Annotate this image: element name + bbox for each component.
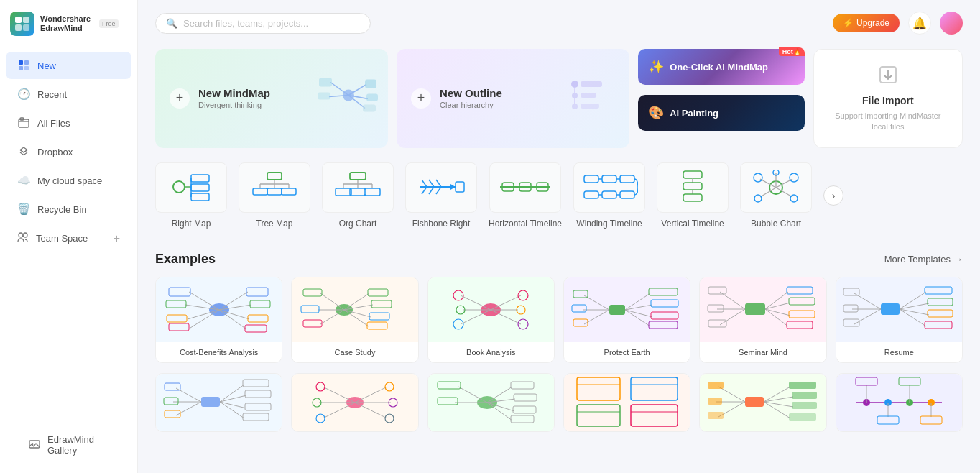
mindmap-illustration <box>316 73 381 123</box>
example-seminar-mind[interactable]: Seminar Mind <box>699 277 826 363</box>
svg-line-223 <box>458 387 487 403</box>
svg-rect-102 <box>248 315 268 322</box>
gallery-icon <box>29 438 40 452</box>
svg-line-111 <box>190 310 219 328</box>
example-row2-3[interactable] <box>427 373 555 432</box>
svg-rect-106 <box>169 288 190 296</box>
sidebar-item-allfiles[interactable]: All Files <box>6 109 131 137</box>
example-row2-2[interactable] <box>291 373 418 432</box>
svg-line-193 <box>220 385 244 402</box>
sidebar-item-recent[interactable]: 🕐 Recent <box>6 81 131 108</box>
file-import-card[interactable]: File Import Support importing MindMaster… <box>813 49 963 148</box>
sidebar-item-new[interactable]: New <box>6 52 131 79</box>
svg-rect-164 <box>787 287 813 294</box>
example-resume[interactable]: Resume <box>836 277 963 363</box>
create-cards-row: + New MindMap Divergent thinking <box>155 49 963 148</box>
sidebar-item-mycloud[interactable]: ☁️ My cloud space <box>6 167 131 194</box>
svg-rect-186 <box>201 397 220 407</box>
example-book-analysis[interactable]: Book Analysis <box>427 277 555 363</box>
mindmap-plus-icon: + <box>170 88 190 109</box>
svg-rect-125 <box>301 306 319 313</box>
svg-rect-239 <box>708 398 722 405</box>
template-winding-timeline[interactable]: Winding Timeline <box>573 162 645 229</box>
svg-rect-29 <box>581 93 596 98</box>
app-name: Wondershare EdrawMind <box>40 14 91 33</box>
svg-rect-39 <box>191 184 209 191</box>
template-fishbone[interactable]: Fishbone Right <box>405 162 477 229</box>
example-row2-1[interactable] <box>155 373 282 432</box>
svg-rect-147 <box>573 319 588 326</box>
svg-rect-166 <box>789 298 815 305</box>
user-avatar[interactable] <box>940 12 963 35</box>
svg-line-97 <box>219 292 248 310</box>
svg-rect-196 <box>245 390 271 398</box>
svg-rect-175 <box>843 305 858 312</box>
vertical-timeline-label: Vertical Timeline <box>661 219 724 229</box>
ex2-3-thumb <box>428 374 554 431</box>
svg-rect-216 <box>511 382 534 389</box>
protect-earth-thumb <box>564 277 690 342</box>
logo[interactable]: Wondershare EdrawMind Free <box>0 0 137 47</box>
sidebar-dropbox-label: Dropbox <box>37 147 73 157</box>
svg-rect-141 <box>609 305 625 315</box>
sidebar-item-recycle[interactable]: 🗑️ Recycle Bin <box>6 196 131 223</box>
template-bubble-chart[interactable]: Bubble Chart <box>740 162 812 229</box>
sidebar-item-teamspace[interactable]: Team Space + <box>6 224 131 252</box>
svg-point-210 <box>316 414 325 423</box>
add-teamspace-icon[interactable]: + <box>114 232 120 245</box>
svg-line-122 <box>320 293 344 310</box>
svg-rect-260 <box>899 377 920 385</box>
sidebar-item-dropbox[interactable]: Dropbox <box>6 138 131 165</box>
sidebar-item-gallery[interactable]: EdrawMind Gallery <box>17 427 120 463</box>
svg-rect-1 <box>23 17 29 23</box>
case-study-label: Case Study <box>292 342 417 362</box>
svg-rect-117 <box>371 300 392 308</box>
svg-rect-224 <box>438 382 461 389</box>
example-row2-5[interactable] <box>699 373 826 432</box>
svg-rect-262 <box>920 416 942 424</box>
svg-rect-74 <box>584 175 598 183</box>
example-case-study[interactable]: Case Study <box>291 277 418 363</box>
notification-button[interactable]: 🔔 <box>908 12 931 35</box>
template-org-chart[interactable]: Org Chart <box>322 162 394 229</box>
top-right: ⚡ Upgrade 🔔 <box>833 12 963 35</box>
more-templates-link[interactable]: More Templates → <box>884 254 963 265</box>
svg-rect-127 <box>303 320 322 327</box>
example-row2-4[interactable] <box>563 373 690 432</box>
svg-rect-158 <box>708 287 726 294</box>
example-protect-earth[interactable]: Protect Earth <box>563 277 690 363</box>
svg-line-154 <box>625 310 650 326</box>
main-content: 🔍 Search files, teams, projects... ⚡ Upg… <box>138 0 980 473</box>
svg-marker-62 <box>450 184 456 190</box>
svg-rect-227 <box>577 377 620 400</box>
ai-painting-button[interactable]: 🎨 AI Painting <box>638 95 805 131</box>
template-vertical-timeline[interactable]: Vertical Timeline <box>657 162 729 229</box>
free-badge: Free <box>99 19 119 28</box>
svg-rect-160 <box>708 305 724 312</box>
file-import-title: File Import <box>862 95 914 106</box>
scroll-right-arrow[interactable]: › <box>823 185 843 206</box>
template-horizontal-timeline[interactable]: Horizontal Timeline <box>489 162 562 229</box>
upgrade-icon: ⚡ <box>843 18 854 28</box>
examples-row1: Cost-Benefits Analysis <box>155 277 963 363</box>
svg-line-215 <box>487 387 512 403</box>
ai-mindmap-button[interactable]: ✨ One-Click AI MindMap Hot🔥 <box>638 49 805 85</box>
new-outline-card[interactable]: + New Outline Clear hierarchy <box>397 49 629 148</box>
search-box[interactable]: 🔍 Search files, teams, projects... <box>155 13 371 34</box>
template-right-map[interactable]: Right Map <box>155 162 227 229</box>
svg-rect-84 <box>683 194 702 201</box>
templates-row: Right Map Tree Map <box>155 162 963 234</box>
example-row2-6[interactable] <box>836 373 963 432</box>
upgrade-button[interactable]: ⚡ Upgrade <box>833 14 900 32</box>
svg-rect-194 <box>243 380 269 387</box>
svg-line-207 <box>355 403 387 418</box>
svg-line-86 <box>760 179 776 188</box>
example-cost-benefits[interactable]: Cost-Benefits Analysis <box>155 277 282 363</box>
svg-line-202 <box>323 387 355 403</box>
template-tree-map[interactable]: Tree Map <box>239 162 310 229</box>
svg-rect-37 <box>191 175 209 182</box>
resume-label: Resume <box>836 342 962 362</box>
svg-point-31 <box>572 104 578 109</box>
new-mindmap-card[interactable]: + New MindMap Divergent thinking <box>155 49 388 148</box>
svg-rect-119 <box>369 313 389 320</box>
